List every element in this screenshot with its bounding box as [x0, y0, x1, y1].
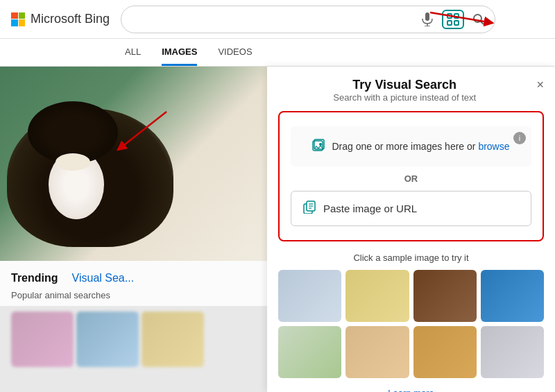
left-section: Trending Visual Sea... Popular animal se… [0, 67, 274, 392]
svg-point-7 [474, 15, 481, 22]
sample-image-2[interactable] [345, 270, 409, 322]
logo-green [19, 12, 26, 19]
visual-search-panel: Try Visual Search Search with a picture … [267, 67, 555, 392]
panel-title: Try Visual Search [278, 78, 531, 92]
tab-videos[interactable]: VIDEOS [218, 40, 252, 66]
sample-image-3[interactable] [413, 270, 477, 322]
bing-logo-text: Microsoft Bing [31, 12, 110, 26]
microsoft-logo [11, 12, 25, 26]
logo-blue [11, 19, 18, 26]
blur-thumb-3 [142, 312, 204, 367]
search-input[interactable] [130, 13, 414, 26]
sample-image-7[interactable] [413, 326, 477, 378]
sample-image-5[interactable] [278, 326, 341, 378]
trending-title: Trending [11, 272, 58, 284]
sample-image-8[interactable] [481, 326, 544, 378]
visual-search-button[interactable] [442, 10, 464, 29]
sample-image-1[interactable] [278, 270, 341, 322]
sample-image-4[interactable] [481, 270, 544, 322]
sample-image-6[interactable] [345, 326, 409, 378]
search-icons [420, 10, 486, 29]
main-content: Trending Visual Sea... Popular animal se… [0, 67, 555, 392]
logo-area: Microsoft Bing [11, 12, 110, 26]
tab-images[interactable]: IMAGES [162, 40, 197, 66]
tab-all[interactable]: ALL [125, 40, 141, 66]
drag-area-text: Drag one or more images here or browse [332, 141, 509, 152]
paste-icon [302, 200, 316, 217]
logo-red [11, 12, 18, 19]
browse-link[interactable]: browse [478, 141, 509, 152]
svg-rect-4 [454, 14, 459, 18]
visual-search-tab[interactable]: Visual Sea... [72, 272, 135, 284]
sample-grid [278, 270, 544, 378]
panel-subtitle: Search with a picture instead of text [278, 92, 531, 103]
drop-zone[interactable]: i Drag one or more images here or browse [278, 111, 544, 241]
search-button[interactable] [471, 12, 486, 27]
sample-section: Click a sample image to try it [278, 253, 544, 378]
svg-rect-6 [454, 21, 459, 25]
microphone-button[interactable] [420, 11, 435, 28]
trending-section: Trending Visual Sea... Popular animal se… [0, 261, 274, 306]
or-divider: OR [291, 167, 531, 191]
dog-image-area [0, 67, 274, 261]
blur-thumb-1 [11, 312, 74, 367]
trending-subtitle: Popular animal searches [11, 290, 263, 300]
svg-rect-3 [447, 14, 452, 18]
panel-title-area: Try Visual Search Search with a picture … [278, 78, 531, 103]
drag-area[interactable]: i Drag one or more images here or browse [291, 126, 531, 167]
logo-yellow [19, 19, 26, 26]
info-icon[interactable]: i [513, 132, 526, 144]
drag-icon [312, 137, 327, 155]
paste-text: Paste image or URL [323, 203, 417, 214]
svg-rect-0 [425, 12, 429, 21]
paste-zone[interactable]: Paste image or URL [291, 191, 531, 226]
learn-more-link[interactable]: Learn more [388, 388, 434, 392]
header: Microsoft Bing [0, 0, 555, 39]
panel-header: Try Visual Search Search with a picture … [278, 78, 544, 103]
blur-thumb-2 [76, 312, 139, 367]
sample-title: Click a sample image to try it [278, 253, 544, 263]
learn-more-area: Learn more [278, 386, 544, 392]
dog-snout [56, 153, 90, 171]
svg-rect-5 [447, 21, 452, 25]
nav-tabs: ALL IMAGES VIDEOS [0, 39, 555, 67]
close-button[interactable]: × [536, 78, 544, 92]
bottom-blur [0, 306, 274, 373]
svg-line-8 [481, 21, 484, 24]
search-bar[interactable] [121, 6, 495, 33]
